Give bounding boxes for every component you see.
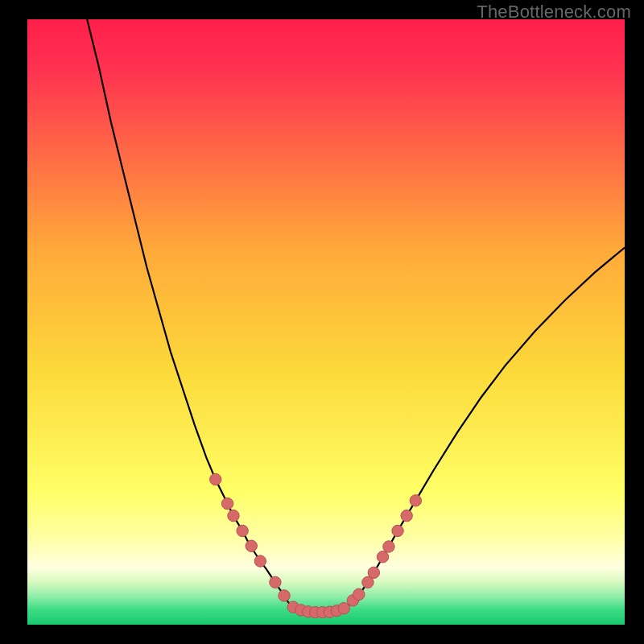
data-marker [368, 567, 379, 578]
data-marker [392, 525, 403, 536]
data-marker [279, 590, 290, 601]
marker-group [210, 473, 422, 617]
data-marker [210, 473, 221, 485]
data-marker [228, 510, 239, 521]
chart-stage: TheBottleneck.com [0, 0, 644, 644]
curve-layer [27, 19, 625, 625]
data-marker [237, 525, 248, 536]
data-marker [221, 497, 233, 509]
plot-area [27, 19, 625, 625]
curve-left-branch [87, 19, 287, 601]
data-marker [377, 551, 388, 563]
data-marker [410, 495, 421, 506]
data-marker [353, 588, 365, 600]
data-marker [270, 576, 281, 588]
data-marker [246, 540, 257, 551]
data-marker [338, 603, 349, 614]
data-marker [401, 510, 412, 521]
data-marker [254, 555, 266, 567]
data-marker [383, 541, 394, 552]
